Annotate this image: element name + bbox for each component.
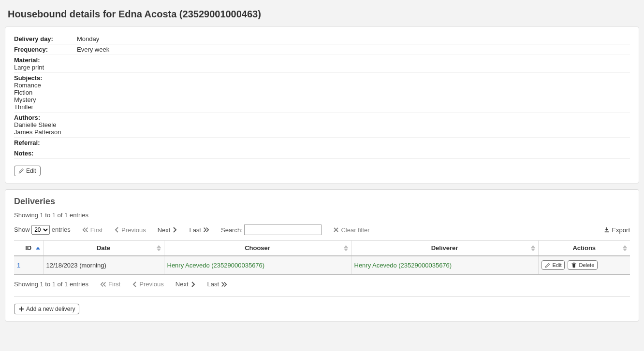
row-delete-label: Delete bbox=[579, 263, 594, 268]
page-length-select[interactable]: 20 bbox=[31, 225, 50, 235]
pencil-icon bbox=[18, 168, 24, 174]
pager-next-label: Next bbox=[158, 226, 171, 234]
chevron-double-right-icon bbox=[203, 227, 209, 233]
detail-value: Every week bbox=[77, 46, 109, 53]
pager-next[interactable]: Next bbox=[158, 226, 178, 234]
detail-label: Subjects: bbox=[14, 74, 77, 82]
show-label-right: entries bbox=[52, 226, 71, 233]
cell-id[interactable]: 1 bbox=[14, 256, 43, 274]
detail-panel: Delivery day: Monday Frequency: Every we… bbox=[5, 27, 639, 183]
chevron-double-right-icon bbox=[220, 281, 227, 287]
edit-detail-button[interactable]: Edit bbox=[14, 166, 41, 176]
showing-entries-bottom: Showing 1 to 1 of 1 entries bbox=[14, 281, 88, 288]
pencil-icon bbox=[545, 262, 551, 268]
search-control: Search: bbox=[221, 225, 322, 235]
plus-icon bbox=[18, 306, 24, 312]
chevron-left-icon bbox=[132, 281, 138, 287]
trash-icon bbox=[571, 262, 577, 268]
page-length-control: Show 20 entries bbox=[14, 225, 71, 235]
edit-detail-label: Edit bbox=[26, 168, 36, 174]
detail-row-authors: Authors: Danielle Steele James Patterson bbox=[14, 112, 630, 138]
close-icon bbox=[333, 227, 339, 233]
col-date[interactable]: Date bbox=[43, 240, 164, 256]
col-deliverer-label: Deliverer bbox=[431, 244, 458, 252]
detail-row-frequency: Frequency: Every week bbox=[14, 44, 630, 55]
detail-row-material: Material: Large print bbox=[14, 55, 630, 73]
col-id[interactable]: ID bbox=[14, 240, 43, 256]
subject-item: Thriller bbox=[14, 103, 630, 111]
table-row: 1 12/18/2023 (morning) Henry Acevedo (23… bbox=[14, 256, 630, 274]
detail-row-subjects: Subjects: Romance Fiction Mystery Thrill… bbox=[14, 73, 630, 112]
add-delivery-label: Add a new delivery bbox=[26, 306, 75, 312]
row-edit-label: Edit bbox=[553, 263, 562, 268]
subject-item: Fiction bbox=[14, 89, 630, 96]
detail-label: Referral: bbox=[14, 139, 77, 146]
export-button[interactable]: Export bbox=[604, 226, 630, 234]
add-delivery-button[interactable]: Add a new delivery bbox=[14, 304, 79, 314]
col-actions[interactable]: Actions bbox=[538, 240, 630, 256]
detail-row-delivery-day: Delivery day: Monday bbox=[14, 34, 630, 44]
deliverer-link[interactable]: Henry Acevedo (23529000035676) bbox=[354, 262, 452, 269]
sort-icon bbox=[531, 245, 535, 251]
authors-list: Danielle Steele James Patterson bbox=[14, 121, 630, 136]
detail-value: Monday bbox=[77, 35, 99, 42]
sort-icon bbox=[157, 245, 161, 251]
search-input[interactable] bbox=[244, 225, 322, 235]
pager-previous-label: Previous bbox=[121, 226, 146, 234]
pager-last-bottom[interactable]: Last bbox=[207, 281, 228, 288]
chevron-right-icon bbox=[172, 227, 177, 233]
table-controls: Show 20 entries First Previous Next Last… bbox=[14, 225, 630, 235]
clear-filter-button[interactable]: Clear filter bbox=[333, 226, 369, 234]
divider bbox=[14, 296, 630, 297]
detail-label: Delivery day: bbox=[14, 35, 77, 42]
subject-item: Mystery bbox=[14, 96, 630, 103]
subject-item: Romance bbox=[14, 82, 630, 89]
detail-label: Material: bbox=[14, 56, 77, 64]
col-actions-label: Actions bbox=[572, 244, 596, 252]
sort-icon bbox=[36, 247, 40, 250]
table-footer-controls: Showing 1 to 1 of 1 entries First Previo… bbox=[14, 281, 630, 288]
deliveries-panel: Deliveries Showing 1 to 1 of 1 entries S… bbox=[5, 189, 639, 322]
chevron-double-left-icon bbox=[100, 281, 107, 287]
row-edit-button[interactable]: Edit bbox=[542, 260, 565, 270]
pager-first-label: First bbox=[90, 226, 102, 234]
pager-first[interactable]: First bbox=[82, 226, 102, 234]
search-label: Search: bbox=[221, 226, 243, 234]
deliveries-title: Deliveries bbox=[14, 197, 630, 207]
page-title: Housebound details for Edna Acosta (2352… bbox=[8, 9, 639, 20]
pager-last[interactable]: Last bbox=[189, 226, 209, 234]
detail-row-referral: Referral: bbox=[14, 138, 630, 148]
detail-label: Authors: bbox=[14, 114, 77, 121]
show-label-left: Show bbox=[14, 226, 30, 233]
sort-icon bbox=[623, 245, 627, 251]
pager-next-label: Next bbox=[176, 281, 189, 288]
pager-previous[interactable]: Previous bbox=[114, 226, 146, 234]
col-id-label: ID bbox=[25, 244, 31, 252]
pager-last-label: Last bbox=[189, 226, 201, 234]
pager-first-bottom[interactable]: First bbox=[100, 281, 120, 288]
chevron-right-icon bbox=[190, 281, 196, 287]
detail-row-notes: Notes: bbox=[14, 148, 630, 159]
chooser-link[interactable]: Henry Acevedo (23529000035676) bbox=[167, 262, 265, 269]
detail-label: Frequency: bbox=[14, 46, 77, 53]
pager-next-bottom[interactable]: Next bbox=[176, 281, 196, 288]
col-chooser[interactable]: Chooser bbox=[164, 240, 351, 256]
chevron-double-left-icon bbox=[82, 227, 89, 233]
pager-previous-label: Previous bbox=[139, 281, 164, 288]
pager-first-label: First bbox=[108, 281, 120, 288]
cell-date: 12/18/2023 (morning) bbox=[43, 256, 164, 274]
detail-label: Notes: bbox=[14, 150, 77, 157]
author-item: James Patterson bbox=[14, 128, 630, 136]
deliveries-table: ID Date Chooser bbox=[14, 240, 630, 275]
export-label: Export bbox=[612, 226, 630, 234]
chevron-left-icon bbox=[114, 227, 120, 233]
pager-previous-bottom[interactable]: Previous bbox=[132, 281, 164, 288]
clear-filter-label: Clear filter bbox=[341, 226, 369, 234]
author-item: Danielle Steele bbox=[14, 121, 630, 128]
row-delete-button[interactable]: Delete bbox=[568, 260, 598, 270]
showing-entries-top: Showing 1 to 1 of 1 entries bbox=[14, 211, 630, 219]
col-deliverer[interactable]: Deliverer bbox=[351, 240, 538, 256]
pager-last-label: Last bbox=[207, 281, 220, 288]
download-icon bbox=[604, 227, 610, 233]
sort-icon bbox=[344, 245, 348, 251]
